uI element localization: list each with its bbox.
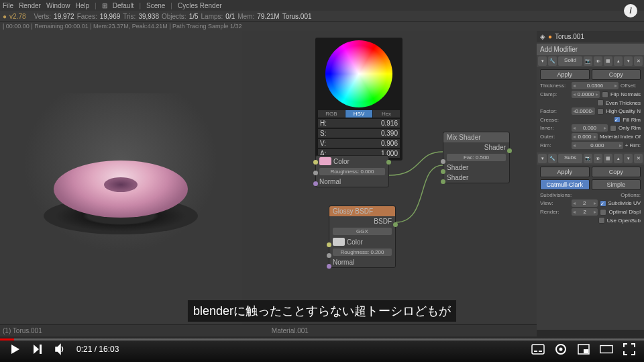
active-object: Torus.001: [282, 13, 312, 20]
cube-icon: ◈: [540, 33, 545, 40]
color-picker[interactable]: RGB HSV Hex H:0.916 S:0.390 V:0.906 A:1.…: [315, 38, 402, 161]
node-color-socket[interactable]: Color Roughness: 0.000 Normal: [315, 155, 389, 187]
properties-panel: ◈ ● Torus.001 Add Modifier ▾ 🔧 Solid 📷 👁…: [537, 31, 644, 330]
expand-icon[interactable]: ▾: [538, 154, 547, 163]
catmull-clark-button[interactable]: Catmull-Clark: [540, 179, 590, 190]
stat-faces: 19,969: [100, 13, 121, 20]
distribution-select[interactable]: GGX: [333, 228, 392, 235]
tab-rgb[interactable]: RGB: [318, 110, 345, 118]
youtube-controls: 0:21 / 16:03: [0, 336, 644, 362]
info-badge-icon[interactable]: i: [624, 4, 637, 17]
add-modifier-button[interactable]: Add Modifier: [537, 44, 644, 55]
only-rim-check[interactable]: [610, 125, 616, 132]
stat-tris: 39,938: [138, 13, 159, 20]
fill-rim-check[interactable]: [614, 116, 621, 123]
mix-fac[interactable]: Fac: 0.500: [447, 154, 506, 161]
stat-objects: 1/5: [189, 13, 199, 20]
expand-icon[interactable]: ▾: [538, 56, 547, 66]
viewport-3d[interactable]: [0, 31, 241, 330]
volume-icon[interactable]: [54, 343, 67, 356]
layout-select[interactable]: Default: [113, 2, 134, 9]
subtitles-icon[interactable]: [531, 343, 545, 356]
glossy-roughness[interactable]: Roughness: 0.200: [333, 248, 392, 256]
miniplayer-icon[interactable]: [577, 343, 590, 356]
scene-select[interactable]: Scene: [146, 2, 165, 9]
factor-field[interactable]: 0.0000: [572, 107, 595, 115]
fullscreen-icon[interactable]: [623, 343, 636, 356]
subdiv-render[interactable]: 2: [572, 208, 598, 216]
menu-window[interactable]: Window: [46, 2, 70, 9]
svg-rect-6: [584, 349, 588, 353]
slider-s[interactable]: S:0.390: [318, 129, 400, 138]
modifier-solidify-header[interactable]: ▾ 🔧 Solid 📷 👁 ▦ ▴ ▾ ✕: [537, 55, 644, 67]
svg-rect-1: [534, 351, 537, 352]
close-icon[interactable]: ✕: [634, 154, 643, 163]
props-breadcrumb: ◈ ● Torus.001: [537, 31, 644, 42]
optimal-display-check[interactable]: [600, 209, 606, 216]
subdivide-uv-check[interactable]: [600, 200, 606, 207]
play-icon[interactable]: [8, 343, 21, 356]
edit-vis-icon[interactable]: ▦: [604, 56, 612, 66]
eye-icon[interactable]: 👁: [594, 154, 602, 163]
tab-hex[interactable]: Hex: [373, 110, 400, 118]
editor-footer: (1) Torus.001 Material.001: [0, 324, 537, 336]
hq-normals-check[interactable]: [597, 108, 604, 115]
theater-icon[interactable]: [600, 343, 613, 356]
simple-button[interactable]: Simple: [592, 179, 641, 190]
slider-v[interactable]: V:0.906: [318, 139, 400, 148]
color-swatch[interactable]: [319, 157, 331, 165]
edit-vis-icon[interactable]: ▦: [604, 154, 612, 163]
down-icon[interactable]: ▾: [624, 56, 633, 66]
even-thickness-check[interactable]: [597, 99, 604, 106]
menu-help[interactable]: Help: [76, 2, 90, 9]
svg-rect-2: [539, 351, 542, 352]
render-status: | 00:00.00 | Remaining:00:00.01 | Mem:23…: [0, 21, 644, 31]
stat-verts: 19,972: [54, 13, 74, 20]
render-vis-icon[interactable]: 📷: [584, 56, 592, 66]
menu-render[interactable]: Render: [19, 2, 41, 9]
up-icon[interactable]: ▴: [614, 154, 623, 163]
tab-hsv[interactable]: HSV: [345, 110, 372, 118]
up-icon[interactable]: ▴: [614, 56, 623, 66]
modifier-subsurf-header[interactable]: ▾ 🔧 Subs 📷 👁 ▦ ▴ ▾ ✕: [537, 152, 644, 165]
down-icon[interactable]: ▾: [624, 154, 633, 163]
wrench-icon: 🔧: [548, 154, 557, 163]
engine-select[interactable]: Cycles Render: [178, 2, 222, 9]
subtitle-caption: blenderに触ったことすらない超トーシロどもが: [188, 300, 456, 322]
subdiv-view[interactable]: 2: [572, 199, 598, 207]
color-wheel[interactable]: [325, 40, 392, 107]
menu-file[interactable]: File: [3, 2, 13, 9]
roughness-field[interactable]: Roughness: 0.000: [319, 168, 385, 175]
apply-button[interactable]: Apply: [540, 69, 590, 80]
wrench-icon: 🔧: [548, 56, 557, 66]
settings-icon[interactable]: [554, 343, 568, 356]
status-bar: ●v2.78 Verts:19,972 Faces:19,969 Tris:39…: [0, 11, 644, 21]
apply-button[interactable]: Apply: [540, 167, 590, 177]
rim-field[interactable]: 0.000: [572, 142, 623, 149]
rendered-donut: [44, 161, 198, 234]
close-icon[interactable]: ✕: [634, 56, 643, 66]
time-display: 0:21 / 16:03: [76, 345, 119, 354]
flip-normals-check[interactable]: [602, 91, 608, 98]
inner-field[interactable]: 0.000: [572, 124, 608, 132]
node-editor[interactable]: RGB HSV Hex H:0.916 S:0.390 V:0.906 A:1.…: [241, 31, 537, 330]
node-mix-shader[interactable]: Mix Shader Shader Fac: 0.500 Shader Shad…: [443, 132, 510, 183]
version: v2.78: [9, 13, 25, 20]
render-vis-icon[interactable]: 📷: [584, 154, 592, 163]
next-icon[interactable]: [31, 343, 44, 356]
opensubdiv-check[interactable]: [598, 217, 605, 224]
node-glossy-bsdf[interactable]: Glossy BSDF BSDF GGX Color Roughness: 0.…: [329, 206, 396, 268]
eye-icon[interactable]: 👁: [594, 56, 602, 66]
slot-label: (1) Torus.001: [3, 327, 42, 334]
slider-h[interactable]: H:0.916: [318, 119, 400, 128]
outer-field[interactable]: 0.000: [572, 133, 598, 140]
stat-lamps: 0/1: [225, 13, 235, 20]
node-material-name: Material.001: [272, 327, 309, 334]
svg-rect-7: [600, 346, 612, 353]
copy-button[interactable]: Copy: [592, 167, 641, 177]
layouts-icon[interactable]: ⊞: [102, 2, 107, 9]
clamp-field[interactable]: 0.0000: [572, 91, 600, 98]
copy-button[interactable]: Copy: [592, 69, 641, 80]
stat-mem: 79.21M: [257, 13, 279, 20]
thickness-field[interactable]: 0.0366: [572, 82, 619, 89]
